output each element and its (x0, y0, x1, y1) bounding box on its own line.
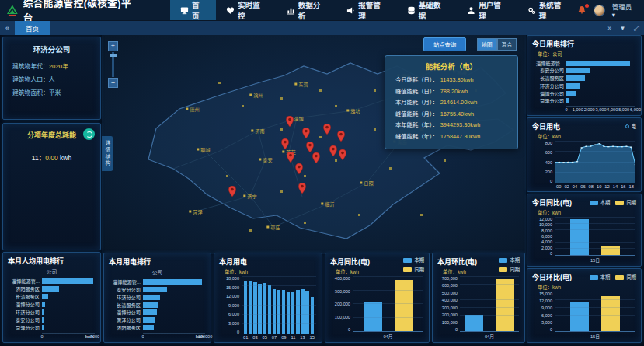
y-tick: 0 (532, 252, 552, 256)
bar (258, 284, 261, 334)
nav-item-users[interactable]: 用户管理 (457, 0, 517, 20)
nav-item-analysis[interactable]: 数据分析 (277, 0, 337, 20)
gridline (242, 276, 316, 277)
y-tick: 400,000 (437, 299, 458, 302)
y-tick: 6,000 (532, 235, 552, 239)
zoom-out-button[interactable]: − (108, 78, 118, 88)
site-query-button[interactable]: 站点查询 (423, 37, 466, 51)
detail-structure-toggle[interactable]: 详情结构 (102, 136, 113, 171)
bar (42, 278, 93, 284)
fullscreen-icon[interactable]: ⤢ (629, 21, 644, 35)
map-pin-icon[interactable] (298, 183, 306, 197)
x-tick: 07 (272, 335, 277, 340)
refresh-icon[interactable] (83, 128, 95, 140)
zoom-slider[interactable] (112, 52, 114, 77)
bar-label: 菏泽分公司 (8, 324, 42, 331)
user-menu[interactable]: 管理员 ▾ (612, 2, 636, 19)
bar (268, 285, 271, 334)
y-tick: 0 (330, 328, 350, 332)
nav-item-system[interactable]: 系统管理 (517, 0, 578, 20)
popup-row: 峰值能耗（年）：1758447.30kwh (385, 131, 517, 143)
map-pin-icon[interactable] (286, 116, 294, 130)
bar (249, 281, 252, 334)
nav-item-basedata[interactable]: 基础数据 (397, 0, 458, 20)
bar (263, 283, 266, 334)
zoom-in-button[interactable]: + (108, 41, 118, 51)
map-pin-icon[interactable] (323, 124, 331, 138)
map-pin-icon[interactable] (228, 186, 236, 200)
axis-spacer (8, 333, 42, 340)
forward-tabs-icon[interactable]: » (603, 21, 616, 35)
map-canvas[interactable]: 德州滨州东营烟台威海青岛潍坊淄博济南聊城泰安莱芜济宁菏泽枣庄临沂日照 + − 站… (102, 35, 526, 254)
popup-title: 能耗分析（电） (385, 61, 517, 75)
tab-menu-icon[interactable]: ▾ (616, 21, 629, 35)
y-tick: 400,000 (330, 277, 350, 281)
gridline (460, 307, 519, 308)
nav-item-alarm[interactable]: 报警管理 (336, 0, 397, 20)
plot-area (353, 277, 423, 332)
y-tick: 2,000 (532, 246, 552, 250)
top-navbar: 综合能源管控(碳核查)平台 首页 实时监控 数据分析 报警管理 基础数据 (0, 0, 644, 21)
area-series (555, 142, 635, 183)
map-pin-icon[interactable] (312, 152, 320, 166)
gridline (353, 290, 423, 291)
bar (143, 287, 167, 292)
unit-label: 单位：kwh (527, 131, 641, 140)
bar (305, 291, 308, 334)
gridline (555, 307, 635, 308)
tab-home[interactable]: 首页 (15, 21, 50, 35)
y-tick: 0 (437, 328, 458, 332)
chart-area: 15,00012,0009,0006,0003,0000 (532, 292, 635, 332)
info-row: 建筑物人口：人 (3, 72, 100, 86)
legend-swatch (615, 201, 624, 205)
bar-track (42, 302, 95, 307)
nav-item-home[interactable]: 首页 (170, 0, 216, 20)
map-pin-icon[interactable] (281, 138, 289, 152)
notifications-button[interactable] (577, 5, 587, 15)
map-pin-icon[interactable] (339, 149, 346, 163)
y-tick: 3,000 (532, 321, 552, 325)
bar (566, 75, 585, 81)
bar (301, 289, 304, 334)
gridline (555, 323, 635, 323)
bar-chart-icon (287, 6, 295, 15)
panel-title: 本月人均用电排行 (8, 256, 64, 266)
axis-unit-label: kwh (85, 334, 94, 339)
gridline (555, 292, 635, 292)
layer-map-button[interactable]: 地图 (477, 38, 497, 51)
gridline (460, 323, 519, 323)
station-dot (319, 89, 322, 92)
gridline (555, 299, 635, 300)
station-dot (374, 128, 376, 131)
y-tick: 15,000 (219, 286, 239, 290)
map-pin-icon[interactable] (337, 131, 345, 145)
map-pin-icon[interactable] (329, 145, 337, 159)
map-pin-icon[interactable] (287, 152, 294, 166)
x-tick: 04月 (383, 333, 392, 340)
layer-hybrid-button[interactable]: 混合 (497, 38, 517, 51)
gridline (555, 315, 635, 316)
bar (570, 219, 589, 255)
zoom-slider-handle[interactable] (110, 54, 117, 57)
legend-swatch (615, 275, 624, 280)
plot-area (242, 277, 316, 334)
axis-unit-label: kwh (196, 334, 204, 339)
bar (143, 325, 154, 330)
collapse-tabs-icon[interactable]: « (0, 21, 15, 35)
bar-track (143, 325, 205, 330)
bar (42, 302, 45, 307)
bar-label: 济阳服务区 (8, 285, 42, 292)
y-tick: 0 (219, 330, 239, 334)
nav-item-realtime[interactable]: 实时监控 (216, 0, 277, 20)
legend-swatch (590, 275, 598, 280)
x-axis: 0103050709111315 (242, 334, 316, 340)
station-dot (358, 214, 360, 216)
legend-swatch (590, 201, 598, 205)
unit-label: 单位：公司 (527, 49, 641, 58)
map-pin-icon[interactable] (295, 163, 303, 177)
map-pin-icon[interactable] (302, 128, 310, 142)
unit-label: 单位：kwh (527, 282, 641, 291)
nav-item-label: 报警管理 (358, 0, 387, 21)
today-mom-chart: 15,00012,0009,0006,0003,000015日 (527, 291, 641, 342)
avatar[interactable] (594, 5, 605, 16)
